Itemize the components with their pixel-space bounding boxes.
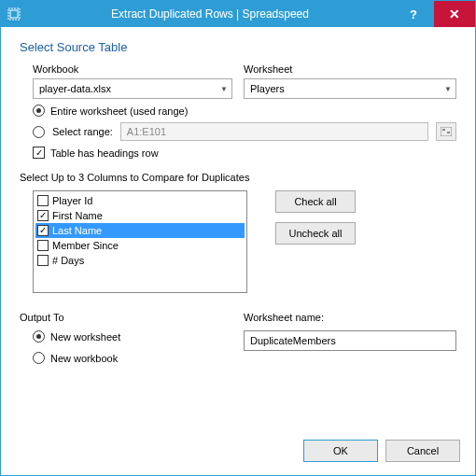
- list-item-label: First Name: [52, 210, 103, 221]
- new-workbook-radio[interactable]: New workbook: [33, 352, 232, 364]
- worksheet-label: Worksheet: [244, 63, 456, 75]
- columns-listbox[interactable]: Player IdFirst NameLast NameMember Since…: [33, 190, 247, 293]
- source-heading: Select Source Table: [20, 40, 456, 54]
- range-input[interactable]: A1:E101: [120, 122, 428, 141]
- list-item-label: Player Id: [52, 195, 92, 206]
- new-worksheet-label: New worksheet: [50, 331, 120, 343]
- range-value: A1:E101: [127, 126, 166, 137]
- radio-icon: [33, 126, 45, 138]
- dialog-window: Extract Duplicated Rows | Spreadspeed ? …: [0, 0, 476, 476]
- checkbox-icon: [37, 210, 49, 221]
- entire-worksheet-label: Entire worksheet (used range): [50, 105, 188, 117]
- window-title: Extract Duplicated Rows | Spreadspeed: [27, 7, 393, 21]
- radio-icon: [33, 330, 45, 343]
- list-item[interactable]: Member Since: [35, 238, 245, 253]
- range-picker-button[interactable]: [436, 122, 456, 141]
- worksheet-name-value: DuplicateMembers: [250, 335, 336, 346]
- dialog-footer: OK Cancel: [1, 430, 475, 475]
- svg-rect-3: [442, 129, 445, 131]
- checkbox-icon: [37, 225, 49, 236]
- svg-rect-2: [441, 127, 452, 136]
- uncheck-all-button[interactable]: Uncheck all: [275, 222, 356, 245]
- workbook-combo[interactable]: player-data.xlsx ▼: [33, 78, 232, 99]
- ok-button[interactable]: OK: [303, 440, 378, 462]
- svg-rect-1: [10, 10, 18, 18]
- checkbox-icon: [33, 147, 45, 159]
- entire-worksheet-radio[interactable]: Entire worksheet (used range): [33, 105, 456, 117]
- close-button[interactable]: ✕: [434, 1, 475, 27]
- new-workbook-label: New workbook: [50, 353, 118, 364]
- worksheet-combo[interactable]: Players ▼: [244, 78, 456, 99]
- worksheet-name-label: Worksheet name:: [244, 312, 456, 323]
- headings-label: Table has headings row: [50, 147, 159, 159]
- checkbox-icon: [37, 255, 49, 266]
- select-range-label: Select range:: [52, 126, 113, 137]
- chevron-down-icon: ▼: [444, 85, 452, 93]
- select-range-radio[interactable]: Select range: A1:E101: [33, 122, 456, 141]
- radio-icon: [33, 352, 45, 364]
- checkbox-icon: [37, 240, 49, 251]
- worksheet-value: Players: [250, 83, 285, 94]
- new-worksheet-radio[interactable]: New worksheet: [33, 330, 232, 343]
- window-controls: ? ✕: [393, 1, 475, 27]
- list-item[interactable]: First Name: [35, 208, 245, 223]
- headings-checkbox[interactable]: Table has headings row: [33, 147, 456, 159]
- output-heading: Output To: [20, 312, 232, 323]
- check-all-button[interactable]: Check all: [275, 190, 356, 213]
- checkbox-icon: [37, 195, 49, 206]
- cancel-button[interactable]: Cancel: [385, 440, 460, 462]
- list-item-label: Last Name: [52, 225, 102, 236]
- list-item[interactable]: # Days: [35, 253, 245, 268]
- chevron-down-icon: ▼: [220, 85, 228, 93]
- workbook-value: player-data.xlsx: [39, 83, 111, 94]
- list-item-label: Member Since: [52, 240, 119, 251]
- list-item[interactable]: Last Name: [35, 223, 245, 238]
- help-button[interactable]: ?: [393, 1, 434, 27]
- app-icon: [1, 7, 27, 21]
- workbook-label: Workbook: [33, 63, 232, 75]
- radio-icon: [33, 105, 45, 117]
- dialog-content: Select Source Table Workbook player-data…: [1, 27, 475, 430]
- list-item-label: # Days: [52, 255, 84, 266]
- worksheet-name-input[interactable]: DuplicateMembers: [244, 330, 456, 351]
- titlebar: Extract Duplicated Rows | Spreadspeed ? …: [1, 1, 475, 27]
- columns-heading: Select Up to 3 Columns to Compare for Du…: [20, 172, 456, 183]
- svg-rect-4: [447, 132, 450, 133]
- list-item[interactable]: Player Id: [35, 193, 245, 208]
